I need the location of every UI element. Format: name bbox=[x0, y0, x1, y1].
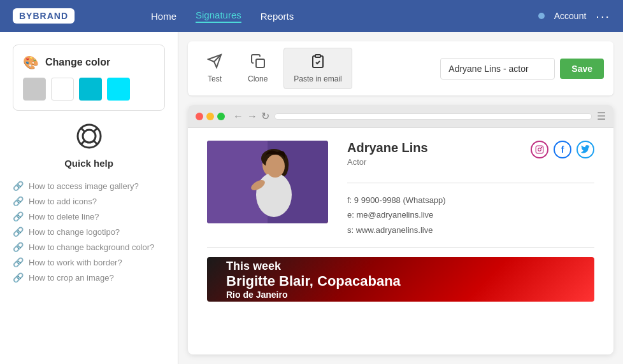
color-swatches bbox=[23, 78, 155, 101]
instagram-icon[interactable] bbox=[531, 141, 548, 158]
browser-dot-maximize bbox=[217, 113, 225, 120]
quick-help-section: Quick help bbox=[13, 123, 165, 169]
signature-divider-2 bbox=[207, 247, 594, 248]
svg-rect-16 bbox=[536, 146, 543, 153]
browser-preview: ← → ↻ ☰ bbox=[188, 105, 613, 354]
toolbar: Test Clone bbox=[188, 41, 613, 95]
svg-rect-7 bbox=[315, 55, 320, 57]
browser-bar: ← → ↻ ☰ bbox=[188, 105, 613, 128]
browser-nav: ← → ↻ bbox=[233, 110, 269, 122]
paint-drop-icon: 🎨 bbox=[23, 55, 39, 70]
swatch-cyan[interactable] bbox=[107, 78, 130, 101]
signature-email: e: me@adryanelins.live bbox=[347, 207, 594, 222]
help-links-list: 🔗 How to access image gallery? 🔗 How to … bbox=[13, 178, 165, 285]
link-icon: 🔗 bbox=[13, 272, 24, 283]
help-link-crop[interactable]: 🔗 How to crop an image? bbox=[13, 270, 165, 285]
svg-point-15 bbox=[266, 155, 285, 178]
account-label[interactable]: Account bbox=[554, 11, 587, 21]
signature-role: Actor bbox=[347, 157, 428, 167]
svg-line-5 bbox=[94, 141, 97, 144]
svg-line-4 bbox=[81, 141, 85, 144]
help-link-bg-color[interactable]: 🔗 How to change background color? bbox=[13, 239, 165, 255]
header: BYBRAND Home Signatures Reports Account … bbox=[0, 0, 623, 32]
quick-help-title: Quick help bbox=[13, 158, 165, 169]
signature-content: Adryane Lins Actor bbox=[188, 128, 613, 314]
signature-divider bbox=[347, 183, 594, 183]
svg-point-17 bbox=[538, 148, 541, 151]
content-area: Test Clone bbox=[178, 32, 623, 364]
status-indicator bbox=[538, 13, 545, 19]
swatch-teal[interactable] bbox=[79, 78, 102, 101]
twitter-icon[interactable] bbox=[576, 141, 594, 158]
svg-line-2 bbox=[81, 128, 85, 132]
link-icon: 🔗 bbox=[13, 257, 24, 267]
browser-forward-button[interactable]: → bbox=[247, 110, 257, 122]
signature-social: f bbox=[531, 141, 594, 158]
browser-url-bar[interactable] bbox=[275, 113, 592, 120]
sidebar: 🎨 Change color Quic bbox=[0, 32, 178, 364]
toolbar-right: Save bbox=[440, 58, 604, 80]
signature-details: f: 9 9900-9988 (Whatsapp) e: me@adryanel… bbox=[347, 193, 594, 237]
signature-photo bbox=[207, 141, 328, 223]
nav-signatures[interactable]: Signatures bbox=[196, 10, 241, 23]
signature-body: Adryane Lins Actor bbox=[207, 141, 594, 237]
nav-reports[interactable]: Reports bbox=[261, 11, 294, 22]
color-section-title: Change color bbox=[45, 57, 110, 68]
help-link-logotipo[interactable]: 🔗 How to change logotipo? bbox=[13, 224, 165, 239]
color-section: 🎨 Change color bbox=[13, 45, 165, 111]
banner-line3: Rio de Janeiro bbox=[226, 290, 401, 300]
svg-point-13 bbox=[256, 172, 292, 217]
browser-menu-icon: ☰ bbox=[597, 110, 606, 122]
swatch-gray[interactable] bbox=[23, 78, 46, 101]
help-link-border[interactable]: 🔗 How to work with border? bbox=[13, 255, 165, 270]
photo-placeholder bbox=[207, 141, 328, 223]
main-nav: Home Signatures Reports bbox=[151, 10, 294, 23]
paste-in-email-button[interactable]: Paste in email bbox=[283, 48, 352, 89]
lifebuoy-icon bbox=[13, 123, 165, 155]
save-button[interactable]: Save bbox=[560, 59, 604, 79]
swatch-white[interactable] bbox=[51, 78, 74, 101]
banner-text: This week Brigitte Blair, Copacabana Rio… bbox=[226, 260, 401, 300]
paste-icon bbox=[310, 53, 326, 72]
svg-line-3 bbox=[94, 128, 97, 132]
banner-line2: Brigitte Blair, Copacabana bbox=[226, 273, 401, 290]
browser-refresh-button[interactable]: ↻ bbox=[261, 110, 269, 122]
facebook-icon[interactable]: f bbox=[554, 141, 571, 158]
link-icon: 🔗 bbox=[13, 181, 24, 191]
signature-info: Adryane Lins Actor bbox=[347, 141, 594, 237]
svg-point-18 bbox=[541, 147, 542, 148]
signature-banner: This week Brigitte Blair, Copacabana Rio… bbox=[207, 257, 594, 302]
link-icon: 🔗 bbox=[13, 211, 24, 221]
test-button[interactable]: Test bbox=[197, 48, 232, 88]
header-right: Account ··· bbox=[538, 9, 610, 24]
link-icon: 🔗 bbox=[13, 227, 24, 237]
help-link-icons[interactable]: 🔗 How to add icons? bbox=[13, 193, 165, 209]
svg-rect-6 bbox=[256, 59, 264, 67]
help-link-gallery[interactable]: 🔗 How to access image gallery? bbox=[13, 178, 165, 193]
help-link-delete-line[interactable]: 🔗 How to delete line? bbox=[13, 209, 165, 224]
clone-icon bbox=[250, 53, 266, 72]
signature-name-input[interactable] bbox=[440, 58, 555, 80]
clone-button[interactable]: Clone bbox=[238, 48, 277, 88]
banner-line1: This week bbox=[226, 260, 401, 273]
link-icon: 🔗 bbox=[13, 242, 24, 252]
color-header: 🎨 Change color bbox=[23, 55, 155, 70]
browser-dots bbox=[196, 113, 225, 120]
more-button[interactable]: ··· bbox=[596, 9, 610, 24]
browser-dot-minimize bbox=[206, 113, 214, 120]
nav-home[interactable]: Home bbox=[151, 11, 176, 22]
browser-back-button[interactable]: ← bbox=[233, 110, 243, 122]
browser-dot-close bbox=[196, 113, 203, 120]
test-icon bbox=[207, 53, 222, 72]
logo: BYBRAND bbox=[13, 8, 75, 24]
signature-name: Adryane Lins bbox=[347, 141, 428, 155]
signature-phone: f: 9 9900-9988 (Whatsapp) bbox=[347, 193, 594, 207]
signature-website: s: www.adryanelins.live bbox=[347, 223, 594, 237]
link-icon: 🔗 bbox=[13, 196, 24, 206]
main-layout: 🎨 Change color Quic bbox=[0, 32, 623, 364]
